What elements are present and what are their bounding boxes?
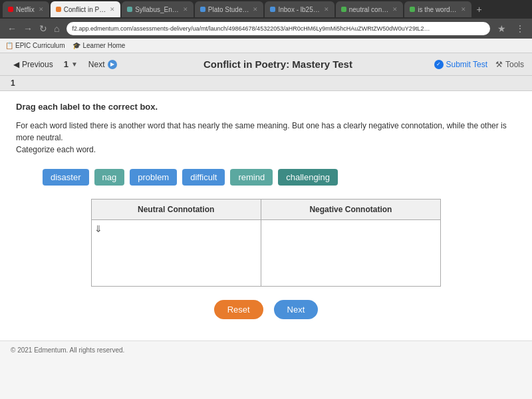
reset-button[interactable]: Reset — [214, 300, 263, 319]
neutral-connotation-header: Neutral Connotation — [91, 200, 261, 220]
next-label: Next — [287, 305, 305, 315]
tab-close-neutral[interactable]: ✕ — [392, 6, 398, 13]
tab-netflix[interactable]: Netflix ✕ — [3, 1, 49, 17]
main-content: 1 Drag each label to the correct box. Fo… — [0, 76, 532, 399]
tab-inbox[interactable]: Inbox - lb25… ✕ — [265, 1, 334, 17]
copyright-text: © 2021 Edmentum. All rights reserved. — [11, 346, 124, 354]
previous-label: Previous — [22, 60, 53, 69]
learner-icon: 🎓 — [72, 42, 80, 49]
browser-chrome: Netflix ✕ Conflict in P… ✕ Syllabus_En… … — [0, 0, 532, 39]
drop-zones-table: Neutral Connotation Negative Connotation… — [91, 199, 441, 287]
next-button[interactable]: Next — [274, 300, 319, 319]
tab-syllabus[interactable]: Syllabus_En… ✕ — [122, 1, 194, 17]
question-selector[interactable]: 1 ▼ — [59, 59, 83, 69]
tab-close-conflict[interactable]: ✕ — [110, 6, 115, 13]
tab-neutral[interactable]: neutral con… ✕ — [336, 1, 403, 17]
bookmark-learner[interactable]: 🎓 Learner Home — [72, 42, 125, 49]
next-circle-icon: ▶ — [108, 60, 117, 69]
home-button[interactable]: ⌂ — [52, 23, 61, 34]
browser-nav-buttons: ← → ↻ ⌂ — [5, 23, 61, 34]
content-area: Drag each label to the correct box. For … — [0, 91, 532, 340]
tab-close-netflix[interactable]: ✕ — [39, 6, 44, 13]
epic-icon: 📋 — [5, 42, 13, 49]
bookmark-epic-label: EPIC Curriculum — [15, 42, 65, 49]
bookmark-learner-label: Learner Home — [82, 42, 125, 49]
back-button[interactable]: ← — [5, 23, 19, 34]
label-nag[interactable]: nag — [94, 169, 125, 186]
label-difficult[interactable]: difficult — [182, 169, 225, 186]
assessment-nav-bar: ◀ Previous 1 ▼ Next ▶ Conflict in Poetry… — [0, 53, 532, 76]
labels-container: disaster nag problem difficult remind ch… — [16, 169, 516, 186]
tab-close-syllabus[interactable]: ✕ — [183, 6, 188, 13]
label-problem[interactable]: problem — [130, 169, 177, 186]
submit-test-button[interactable]: ✓ Submit Test — [434, 60, 487, 69]
submit-label: Submit Test — [446, 60, 487, 69]
refresh-button[interactable]: ↻ — [37, 23, 49, 34]
footer: © 2021 Edmentum. All rights reserved. — [0, 340, 532, 359]
instruction-text: Drag each label to the correct box. — [16, 102, 516, 112]
neutral-drop-zone[interactable]: ⇓ — [91, 220, 261, 287]
tab-word[interactable]: is the word… ✕ — [404, 1, 471, 17]
label-challenging[interactable]: challenging — [278, 169, 338, 186]
negative-connotation-header: Negative Connotation — [261, 200, 441, 220]
tab-plato[interactable]: Plato Stude… ✕ — [195, 1, 264, 17]
bookmark-star[interactable]: ★ — [495, 23, 508, 34]
tools-button[interactable]: ⚒ Tools — [495, 60, 524, 69]
tab-close-word[interactable]: ✕ — [461, 6, 466, 13]
cursor-indicator: ⇓ — [94, 223, 102, 234]
forward-button[interactable]: → — [21, 23, 35, 34]
action-buttons: Reset Next — [16, 300, 516, 319]
tab-conflict[interactable]: Conflict in P… ✕ — [51, 1, 120, 17]
reset-label: Reset — [227, 305, 250, 315]
submit-circle-icon: ✓ — [434, 60, 444, 69]
question-number: 1 — [64, 59, 68, 69]
bookmarks-bar: 📋 EPIC Curriculum 🎓 Learner Home — [0, 39, 532, 53]
label-disaster[interactable]: disaster — [43, 169, 89, 186]
next-nav-button[interactable]: Next ▶ — [83, 57, 122, 72]
negative-drop-zone[interactable] — [261, 220, 441, 287]
address-bar: ← → ↻ ⌂ f2.app.edmentum.com/assessments-… — [0, 19, 532, 39]
new-tab-button[interactable]: + — [473, 4, 486, 15]
tab-close-inbox[interactable]: ✕ — [324, 6, 329, 13]
description-text: For each word listed there is another wo… — [16, 120, 516, 156]
previous-arrow-icon: ◀ — [13, 60, 19, 69]
tools-label: Tools — [505, 60, 524, 69]
extensions-button[interactable]: ⋮ — [513, 23, 527, 34]
chevron-down-icon: ▼ — [71, 61, 78, 68]
next-nav-label: Next — [88, 60, 105, 69]
url-bar[interactable]: f2.app.edmentum.com/assessments-delivery… — [66, 22, 490, 35]
question-number-display: 1 — [11, 78, 15, 88]
tab-close-plato[interactable]: ✕ — [253, 6, 258, 13]
question-number-bar: 1 — [0, 76, 532, 91]
wrench-icon: ⚒ — [495, 60, 503, 69]
page-title: Conflict in Poetry: Mastery Test — [122, 59, 434, 70]
bookmark-epic[interactable]: 📋 EPIC Curriculum — [5, 42, 65, 49]
tab-bar: Netflix ✕ Conflict in P… ✕ Syllabus_En… … — [0, 0, 532, 19]
url-text: f2.app.edmentum.com/assessments-delivery… — [72, 25, 430, 32]
label-remind[interactable]: remind — [230, 169, 273, 186]
previous-button[interactable]: ◀ Previous — [8, 57, 59, 72]
